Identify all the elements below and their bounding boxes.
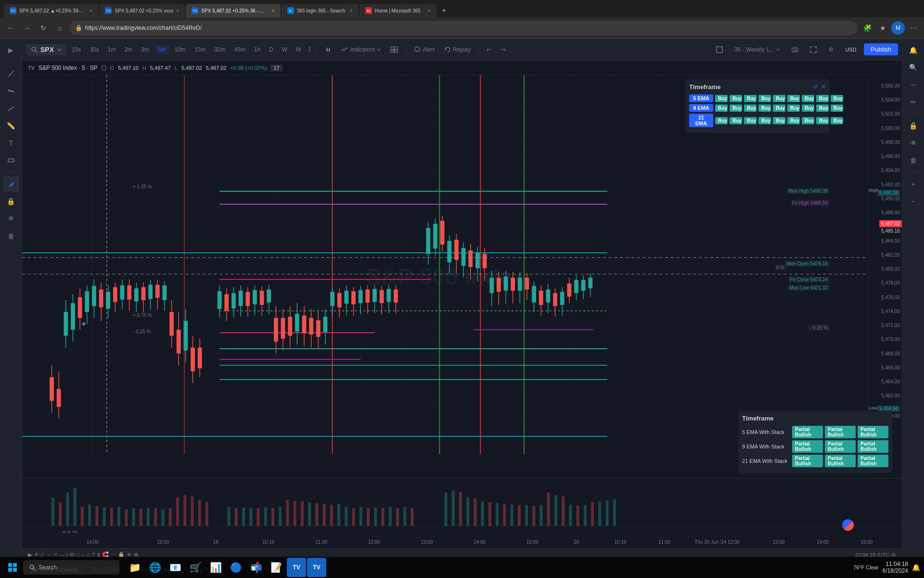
replay-speed-button[interactable] bbox=[842, 519, 854, 531]
redo-button[interactable]: ↪ bbox=[497, 44, 510, 55]
ema-9-buy-5[interactable]: Buy bbox=[773, 105, 785, 112]
tab-3[interactable]: TV SPX 5,487.02 +0.25% 36 - We... × bbox=[186, 4, 280, 17]
ema-9-buy-1[interactable]: Buy bbox=[715, 105, 728, 112]
tab-2[interactable]: TV SPX 5,487.02 +0.25% xxxx × bbox=[99, 4, 185, 17]
tf-w[interactable]: W bbox=[279, 45, 291, 54]
right-eye-icon[interactable]: 👁 bbox=[906, 135, 921, 151]
tf-30s[interactable]: 30s bbox=[86, 45, 102, 54]
ema-bottom-5-status-1[interactable]: Partial Bullish bbox=[792, 426, 823, 438]
ema-9-buy-4[interactable]: Buy bbox=[758, 105, 771, 112]
taskbar-app-word[interactable]: 📝 bbox=[267, 558, 286, 577]
ema-21-buy-6[interactable]: Buy bbox=[787, 117, 800, 124]
favorites-button[interactable]: ★ bbox=[876, 21, 889, 35]
view-selector[interactable]: 36 - Weekly L... bbox=[731, 44, 784, 55]
tab-5[interactable]: M Home | Microsoft 365 × bbox=[359, 4, 436, 17]
tab-4[interactable]: E 365 login 365 - Search × bbox=[282, 4, 359, 17]
more-timeframes-icon[interactable] bbox=[306, 46, 313, 53]
sidebar-horizontal-line-icon[interactable] bbox=[3, 83, 19, 99]
taskbar-app-mail[interactable]: 📧 bbox=[166, 558, 185, 577]
ema-bottom-9-status-3[interactable]: Partial Bullish bbox=[858, 440, 888, 453]
sidebar-trend-line-icon[interactable] bbox=[3, 66, 19, 81]
taskbar-notifications-icon[interactable]: 🔔 bbox=[912, 564, 920, 571]
taskbar-app-chrome[interactable]: 🔵 bbox=[226, 558, 245, 577]
sidebar-lock-icon[interactable]: 🔒 bbox=[3, 194, 19, 209]
ema-5-buy-2[interactable]: Buy bbox=[730, 95, 742, 102]
taskbar-app-outlook[interactable]: 📬 bbox=[246, 558, 266, 577]
ema-bottom-21-status-2[interactable]: Partial Bullish bbox=[825, 455, 856, 467]
taskbar-app-files[interactable]: 📁 bbox=[125, 558, 144, 577]
undo-button[interactable]: ↩ bbox=[483, 44, 495, 55]
ema-bottom-9-status-2[interactable]: Partial Bullish bbox=[825, 440, 856, 453]
symbol-search[interactable]: SPX bbox=[26, 44, 66, 55]
taskbar-app-tradingview[interactable]: TV bbox=[287, 558, 306, 577]
ema-21-buy-5[interactable]: Buy bbox=[773, 117, 785, 124]
ema-21-buy-7[interactable]: Buy bbox=[802, 117, 814, 124]
timeframe-panel-close-icon[interactable]: ✕ bbox=[821, 83, 826, 90]
tf-1h[interactable]: 1h bbox=[251, 45, 264, 54]
taskbar-app-store[interactable]: 🛒 bbox=[186, 558, 205, 577]
right-zoom-out-icon[interactable]: − bbox=[906, 194, 921, 209]
ema-bottom-21-status-1[interactable]: Partial Bullish bbox=[792, 455, 823, 467]
ema-21-buy-3[interactable]: Buy bbox=[744, 117, 757, 124]
sidebar-text-icon[interactable]: T bbox=[3, 135, 19, 151]
tf-5m[interactable]: 5m bbox=[154, 45, 169, 54]
ema-21-buy-8[interactable]: Buy bbox=[816, 117, 829, 124]
tf-15m[interactable]: 15m bbox=[191, 45, 209, 54]
layouts-button[interactable] bbox=[386, 44, 402, 55]
sidebar-active-tool-icon[interactable] bbox=[3, 176, 19, 192]
ema-5-buy-8[interactable]: Buy bbox=[816, 95, 829, 102]
ema-5-buy-1[interactable]: Buy bbox=[715, 95, 728, 102]
tab-5-close[interactable]: × bbox=[427, 8, 430, 13]
taskbar-app-edge[interactable]: 🌐 bbox=[145, 558, 165, 577]
taskbar-search[interactable]: Search bbox=[23, 560, 119, 575]
chart-symbol-settings-icon[interactable] bbox=[102, 66, 106, 70]
ema-bottom-9-status-1[interactable]: Partial Bullish bbox=[792, 440, 823, 453]
ema-21-buy-9[interactable]: Buy bbox=[831, 117, 843, 124]
home-button[interactable]: ⌂ bbox=[53, 21, 66, 35]
refresh-button[interactable]: ↻ bbox=[37, 21, 50, 35]
timeframe-panel-refresh-button[interactable]: ↺ bbox=[811, 83, 819, 91]
tf-1m[interactable]: 1m bbox=[104, 45, 119, 54]
forward-button[interactable]: → bbox=[20, 21, 34, 35]
right-alarm-icon[interactable]: 🔔 bbox=[906, 42, 921, 58]
ema-9-buy-8[interactable]: Buy bbox=[816, 105, 829, 112]
ema-21-buy-4[interactable]: Buy bbox=[758, 117, 771, 124]
right-lock-icon[interactable]: 🔒 bbox=[906, 118, 921, 133]
chart-type-button[interactable] bbox=[321, 44, 335, 55]
tf-45m[interactable]: 45m bbox=[231, 45, 248, 54]
tab-4-close[interactable]: × bbox=[349, 8, 352, 13]
sidebar-eye-icon[interactable]: 👁 bbox=[3, 211, 19, 226]
ema-9-buy-6[interactable]: Buy bbox=[787, 105, 800, 112]
new-tab-button[interactable]: + bbox=[437, 4, 451, 17]
tf-3m[interactable]: 3m bbox=[138, 45, 153, 54]
tf-d[interactable]: D bbox=[266, 45, 277, 54]
camera-button[interactable] bbox=[788, 44, 802, 55]
tab-2-close[interactable]: × bbox=[176, 8, 179, 13]
tab-1-close[interactable]: × bbox=[90, 8, 92, 13]
right-pencil-icon[interactable]: ✏ bbox=[906, 94, 921, 110]
right-magnify-icon[interactable]: 🔍 bbox=[906, 60, 921, 75]
tab-3-close[interactable]: × bbox=[271, 8, 274, 13]
sidebar-trash-icon[interactable]: 🗑 bbox=[3, 228, 19, 244]
sidebar-cursor-icon[interactable]: ▶ bbox=[3, 42, 19, 58]
tf-30m[interactable]: 30m bbox=[211, 45, 229, 54]
fullscreen-button[interactable] bbox=[806, 44, 821, 55]
ema-bottom-21-status-3[interactable]: Partial Bullish bbox=[858, 455, 888, 467]
ema-9-buy-2[interactable]: Buy bbox=[730, 105, 742, 112]
tf-m[interactable]: M bbox=[293, 45, 304, 54]
tab-1[interactable]: TV SPX 5,487.02 ▲+0.25% 39-spy I... × bbox=[4, 4, 98, 17]
tf-15s[interactable]: 15s bbox=[68, 45, 84, 54]
ema-5-buy-5[interactable]: Buy bbox=[773, 95, 785, 102]
start-button[interactable] bbox=[4, 559, 21, 576]
right-cursor-icon[interactable]: ↔ bbox=[906, 77, 921, 92]
replay-button[interactable]: Replay bbox=[440, 44, 475, 55]
ema-5-buy-3[interactable]: Buy bbox=[744, 95, 757, 102]
ema-9-buy-3[interactable]: Buy bbox=[744, 105, 757, 112]
ema-21-buy-2[interactable]: Buy bbox=[730, 117, 742, 124]
ema-9-buy-9[interactable]: Buy bbox=[831, 105, 843, 112]
right-zoom-in-icon[interactable]: + bbox=[906, 176, 921, 192]
ema-5-buy-9[interactable]: Buy bbox=[831, 95, 843, 102]
address-bar[interactable]: 🔒 https://www.tradingview.com/chart/ciD5… bbox=[69, 21, 858, 35]
ema-5-buy-6[interactable]: Buy bbox=[787, 95, 800, 102]
right-trash-icon[interactable]: 🗑 bbox=[906, 153, 921, 168]
